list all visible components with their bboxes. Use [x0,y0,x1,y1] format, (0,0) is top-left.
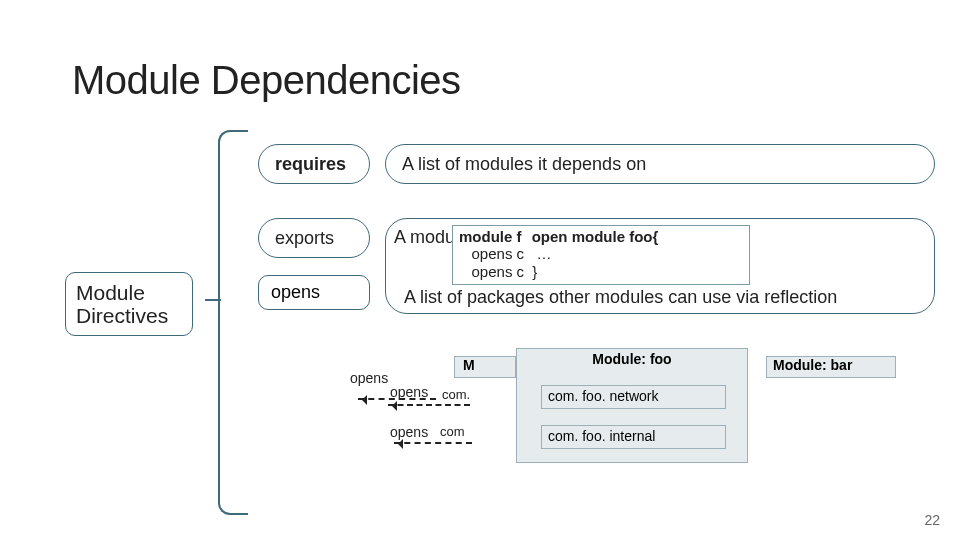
module-diagram: Module: foo com. foo. network com. foo. … [346,346,906,516]
module-m-box: M [454,356,516,378]
code-l1a: module f [459,228,522,245]
opens-desc: A list of packages other modules can use… [404,287,837,308]
opens-pill: opens [258,275,370,310]
code-l3a: opens c [472,263,525,280]
arrow-3 [394,442,472,444]
com-lbl-2: com [440,424,465,439]
opens-label: opens [271,282,320,302]
module-foo-box: Module: foo com. foo. network com. foo. … [516,348,748,463]
pkg-internal: com. foo. internal [548,428,655,444]
slide: Module Dependencies Module Directives re… [0,0,960,540]
code-l3b: } [532,263,537,280]
module-directives-l2: Directives [76,304,168,327]
exports-pill: exports [258,218,370,258]
pkg-network-box: com. foo. network [541,385,726,409]
code-l1b: open module foo{ [532,228,659,245]
opens-card: A module f module f open module foo{ ope… [385,218,935,314]
opens-lbl-1: opens [350,370,388,386]
requires-desc-pill: A list of modules it depends on [385,144,935,184]
module-foo-label: Module: foo [517,351,747,367]
module-m-label: M [459,357,475,373]
slide-title: Module Dependencies [72,58,461,103]
pkg-network: com. foo. network [548,388,659,404]
brace-tick [205,299,221,301]
com-lbl-1: com. [442,387,470,402]
arrow-1 [358,398,436,400]
page-number: 22 [924,512,940,528]
module-bar-box: Module: bar [766,356,896,378]
code-l2a: opens c [472,245,525,262]
module-directives-l1: Module [76,281,145,304]
pkg-internal-box: com. foo. internal [541,425,726,449]
requires-pill: requires [258,144,370,184]
exports-label: exports [275,228,334,249]
arrow-2 [388,404,470,406]
brace-icon [218,130,248,515]
code-overlay-box: module f open module foo{ opens c … open… [452,225,750,285]
requires-desc: A list of modules it depends on [402,154,646,175]
module-directives-box: Module Directives [65,272,193,336]
code-l2b: … [537,245,552,262]
opens-lbl-3: opens [390,424,428,440]
requires-label: requires [275,154,346,175]
module-bar-label: Module: bar [773,357,852,373]
